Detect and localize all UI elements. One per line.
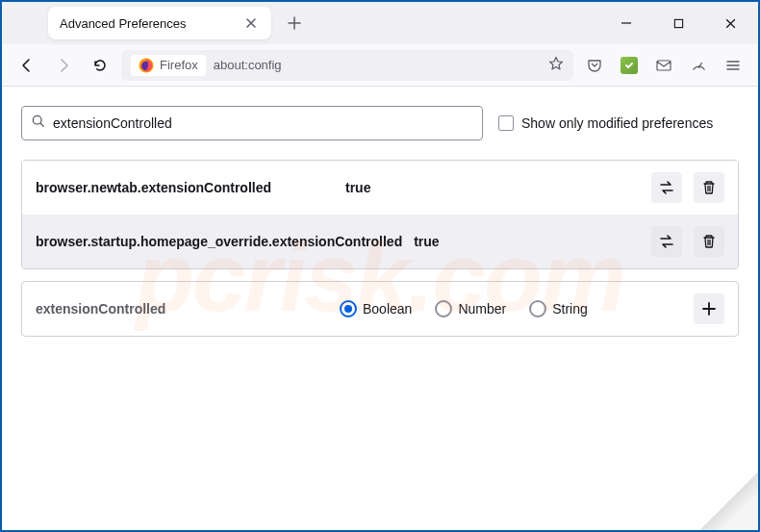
svg-rect-0: [674, 19, 682, 27]
add-pref-row: extensionControlled Boolean Number Strin…: [22, 282, 738, 336]
new-tab-button[interactable]: [281, 10, 308, 37]
radio-boolean[interactable]: Boolean: [340, 300, 412, 317]
firefox-logo-icon: [139, 58, 154, 73]
close-window-button[interactable]: [708, 8, 752, 38]
minimize-button[interactable]: [604, 8, 648, 38]
pocket-icon[interactable]: [579, 50, 610, 81]
delete-button[interactable]: [694, 172, 724, 203]
modified-only-checkbox[interactable]: Show only modified preferences: [498, 115, 713, 131]
mail-icon[interactable]: [648, 50, 679, 81]
radio-label: String: [552, 301, 588, 317]
radio-label: Number: [458, 301, 506, 317]
page-curl: [700, 472, 758, 530]
extension-icon[interactable]: [614, 50, 645, 81]
type-radio-group: Boolean Number String: [340, 300, 678, 317]
search-input[interactable]: [53, 115, 472, 131]
radio-number[interactable]: Number: [435, 300, 506, 317]
prefs-table: browser.newtab.extensionControlled true …: [21, 160, 739, 269]
content-area: Show only modified preferences browser.n…: [2, 87, 758, 356]
pref-row[interactable]: browser.startup.homepage_override.extens…: [22, 215, 738, 268]
search-icon: [32, 114, 45, 132]
add-button[interactable]: [694, 293, 724, 324]
checkbox-label: Show only modified preferences: [521, 115, 713, 131]
tab-title: Advanced Preferences: [60, 16, 242, 31]
back-button[interactable]: [12, 50, 42, 81]
search-row: Show only modified preferences: [21, 106, 739, 140]
identity-box[interactable]: Firefox: [131, 55, 206, 76]
window-controls: [604, 8, 752, 38]
radio-string[interactable]: String: [529, 300, 588, 317]
forward-button[interactable]: [48, 50, 79, 81]
radio-label: Boolean: [363, 301, 412, 317]
menu-button[interactable]: [718, 50, 748, 81]
radio-icon: [340, 300, 357, 317]
radio-icon: [529, 300, 546, 317]
pref-row[interactable]: browser.newtab.extensionControlled true: [22, 161, 738, 215]
checkbox-icon: [498, 115, 514, 131]
browser-tab[interactable]: Advanced Preferences: [48, 7, 271, 39]
search-box[interactable]: [21, 106, 483, 140]
dashboard-icon[interactable]: [683, 50, 714, 81]
add-pref-container: extensionControlled Boolean Number Strin…: [21, 281, 739, 337]
pref-name: browser.newtab.extensionControlled: [36, 180, 334, 195]
pref-value: true: [414, 234, 640, 249]
nav-toolbar: Firefox about:config: [2, 44, 758, 87]
toggle-button[interactable]: [651, 226, 682, 257]
close-tab-icon[interactable]: [242, 14, 260, 32]
url-text: about:config: [214, 58, 541, 72]
radio-icon: [435, 300, 452, 317]
toolbar-right: [579, 50, 748, 81]
pref-name: browser.startup.homepage_override.extens…: [36, 234, 402, 249]
bookmark-star-icon[interactable]: [548, 56, 564, 75]
url-bar[interactable]: Firefox about:config: [121, 50, 573, 81]
pref-value: true: [345, 180, 640, 195]
reload-button[interactable]: [85, 50, 115, 81]
identity-label: Firefox: [160, 58, 198, 72]
toggle-button[interactable]: [651, 172, 682, 203]
titlebar: Advanced Preferences: [2, 2, 758, 44]
delete-button[interactable]: [694, 226, 724, 257]
maximize-button[interactable]: [656, 8, 700, 38]
add-pref-name: extensionControlled: [36, 301, 324, 317]
